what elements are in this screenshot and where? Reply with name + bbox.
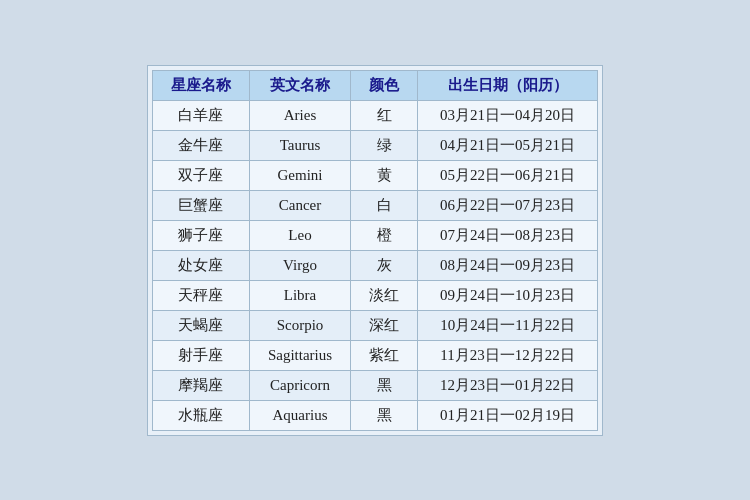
cell-english: Cancer: [249, 190, 350, 220]
header-date: 出生日期（阳历）: [418, 70, 598, 100]
cell-date: 07月24日一08月23日: [418, 220, 598, 250]
table-row: 双子座Gemini黄05月22日一06月21日: [152, 160, 597, 190]
cell-english: Aries: [249, 100, 350, 130]
cell-chinese: 巨蟹座: [152, 190, 249, 220]
cell-english: Gemini: [249, 160, 350, 190]
cell-english: Leo: [249, 220, 350, 250]
table-row: 射手座Sagittarius紫红11月23日一12月22日: [152, 340, 597, 370]
cell-date: 01月21日一02月19日: [418, 400, 598, 430]
table-row: 水瓶座Aquarius黑01月21日一02月19日: [152, 400, 597, 430]
cell-english: Taurus: [249, 130, 350, 160]
table-row: 摩羯座Capricorn黑12月23日一01月22日: [152, 370, 597, 400]
table-row: 处女座Virgo灰08月24日一09月23日: [152, 250, 597, 280]
cell-date: 03月21日一04月20日: [418, 100, 598, 130]
cell-chinese: 金牛座: [152, 130, 249, 160]
header-color: 颜色: [351, 70, 418, 100]
cell-color: 绿: [351, 130, 418, 160]
cell-chinese: 水瓶座: [152, 400, 249, 430]
cell-chinese: 摩羯座: [152, 370, 249, 400]
cell-color: 白: [351, 190, 418, 220]
cell-chinese: 处女座: [152, 250, 249, 280]
cell-english: Aquarius: [249, 400, 350, 430]
cell-date: 05月22日一06月21日: [418, 160, 598, 190]
cell-color: 深红: [351, 310, 418, 340]
cell-english: Scorpio: [249, 310, 350, 340]
cell-color: 灰: [351, 250, 418, 280]
zodiac-table-wrapper: 星座名称 英文名称 颜色 出生日期（阳历） 白羊座Aries红03月21日一04…: [147, 65, 603, 436]
table-body: 白羊座Aries红03月21日一04月20日金牛座Taurus绿04月21日一0…: [152, 100, 597, 430]
cell-date: 10月24日一11月22日: [418, 310, 598, 340]
cell-english: Libra: [249, 280, 350, 310]
header-chinese: 星座名称: [152, 70, 249, 100]
cell-date: 08月24日一09月23日: [418, 250, 598, 280]
table-row: 狮子座Leo橙07月24日一08月23日: [152, 220, 597, 250]
cell-chinese: 狮子座: [152, 220, 249, 250]
cell-date: 11月23日一12月22日: [418, 340, 598, 370]
table-row: 天秤座Libra淡红09月24日一10月23日: [152, 280, 597, 310]
cell-english: Capricorn: [249, 370, 350, 400]
cell-color: 橙: [351, 220, 418, 250]
cell-chinese: 白羊座: [152, 100, 249, 130]
table-header-row: 星座名称 英文名称 颜色 出生日期（阳历）: [152, 70, 597, 100]
cell-chinese: 天蝎座: [152, 310, 249, 340]
header-english: 英文名称: [249, 70, 350, 100]
cell-color: 紫红: [351, 340, 418, 370]
cell-color: 淡红: [351, 280, 418, 310]
cell-chinese: 射手座: [152, 340, 249, 370]
table-row: 白羊座Aries红03月21日一04月20日: [152, 100, 597, 130]
cell-date: 12月23日一01月22日: [418, 370, 598, 400]
table-row: 巨蟹座Cancer白06月22日一07月23日: [152, 190, 597, 220]
cell-english: Sagittarius: [249, 340, 350, 370]
table-row: 金牛座Taurus绿04月21日一05月21日: [152, 130, 597, 160]
cell-chinese: 双子座: [152, 160, 249, 190]
table-row: 天蝎座Scorpio深红10月24日一11月22日: [152, 310, 597, 340]
cell-color: 红: [351, 100, 418, 130]
cell-date: 09月24日一10月23日: [418, 280, 598, 310]
cell-color: 黑: [351, 400, 418, 430]
zodiac-table: 星座名称 英文名称 颜色 出生日期（阳历） 白羊座Aries红03月21日一04…: [152, 70, 598, 431]
cell-date: 06月22日一07月23日: [418, 190, 598, 220]
cell-color: 黄: [351, 160, 418, 190]
cell-color: 黑: [351, 370, 418, 400]
cell-chinese: 天秤座: [152, 280, 249, 310]
cell-date: 04月21日一05月21日: [418, 130, 598, 160]
cell-english: Virgo: [249, 250, 350, 280]
